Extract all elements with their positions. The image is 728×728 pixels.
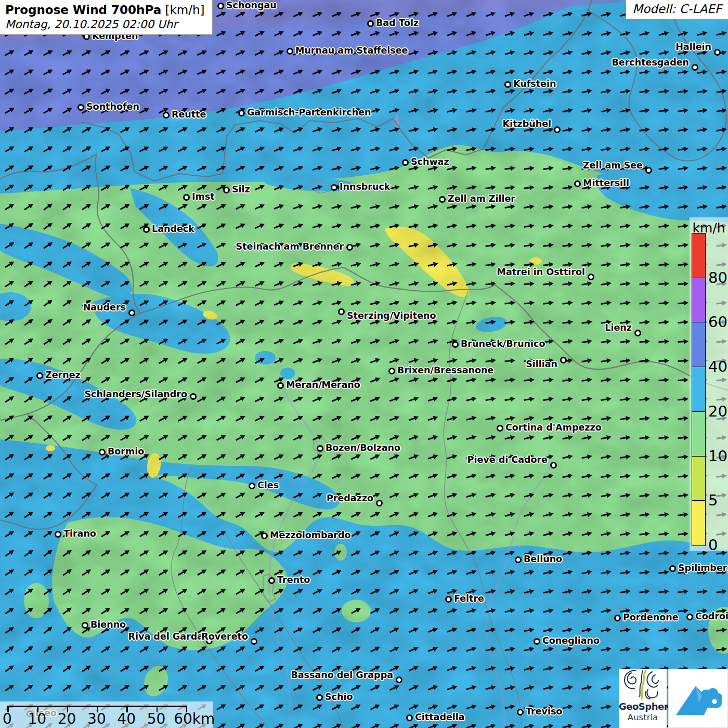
scale-tick-label: 20	[58, 712, 76, 726]
city-marker-dot	[560, 357, 567, 363]
city-label: Sonthofen	[86, 102, 139, 112]
legend-segment-5	[692, 457, 705, 501]
city-marker-dot	[128, 309, 135, 316]
partner-logo-box	[668, 669, 728, 728]
geosphere-contour-icon	[619, 669, 667, 701]
scale-tick-label: 50	[147, 712, 166, 726]
legend-segment-80	[692, 233, 705, 278]
city-marker-dot	[99, 449, 106, 456]
map-valid-time: Montag, 20.10.2025 02:00 Uhr	[5, 18, 205, 31]
scale-tick-label: 30	[87, 712, 106, 726]
city-marker-dot	[396, 677, 402, 683]
city-marker-dot	[439, 196, 446, 203]
legend-tick-label: 5	[708, 493, 718, 508]
city-marker-dot	[55, 531, 61, 538]
legend-segment-10	[692, 412, 705, 457]
legend-segment-60	[692, 278, 705, 323]
mountain-cloud-logo	[669, 669, 727, 727]
city-marker-dot	[261, 532, 268, 539]
city-label: Murnau am Staffelsee	[295, 46, 408, 56]
city-marker-dot	[331, 184, 337, 191]
title-unit: [km/h]	[161, 3, 204, 17]
city-label: Zell am See	[583, 161, 643, 171]
city-marker-dot	[36, 372, 43, 379]
city-label: Silz	[232, 185, 250, 194]
city-label: Schongau	[226, 1, 277, 10]
city-marker-dot	[534, 638, 540, 645]
city-marker-dot	[376, 500, 383, 506]
city-marker-dot	[634, 330, 641, 336]
weather-map-stage: SchongauBad TölzKemptenMurnau am Staffel…	[0, 0, 728, 728]
city-marker-dot	[249, 483, 255, 489]
city-label: Reutte	[172, 110, 206, 120]
city-label: Landeck	[152, 225, 194, 234]
city-marker-dot	[251, 638, 257, 645]
city-label: Kufstein	[513, 80, 556, 89]
city-label: Innsbruck	[340, 183, 390, 192]
city-marker-dot	[574, 180, 581, 187]
city-label: Conegliano	[542, 636, 600, 646]
scale-tick-label: 0	[3, 712, 12, 726]
legend-segment-0	[692, 501, 705, 545]
city-marker-dot	[82, 622, 88, 629]
city-label: Treviso	[526, 707, 562, 717]
city-label: Cittadella	[415, 713, 465, 722]
city-marker-dot	[504, 81, 511, 88]
city-marker-dot	[143, 226, 150, 233]
city-marker-dot	[163, 112, 170, 119]
city-label: Codroipo	[695, 612, 728, 621]
scale-tick-label: 10	[28, 712, 46, 726]
city-marker-dot	[515, 556, 522, 563]
city-marker-dot	[645, 167, 652, 174]
legend-tick-label: 60	[708, 315, 727, 330]
city-label: Spilimbergo	[678, 564, 728, 573]
city-marker-dot	[497, 425, 503, 432]
city-marker-dot	[268, 577, 275, 584]
city-label: Schwaz	[411, 158, 449, 167]
city-marker-dot	[406, 714, 413, 721]
city-label: Zell am Ziller	[448, 194, 515, 204]
city-label: Tirano	[63, 529, 96, 539]
city-label: Pieve di Cadore	[467, 456, 548, 465]
city-marker-dot	[554, 126, 561, 133]
city-marker-dot	[317, 445, 323, 452]
legend-tick-label: 20	[708, 404, 727, 419]
city-label: Berchtesgaden	[612, 58, 689, 68]
city-marker-dot	[367, 20, 374, 27]
legend-tick-label: 10	[708, 448, 727, 463]
geosphere-logo: GeoSphere Austria	[619, 669, 667, 728]
city-label: Meran/Merano	[286, 381, 360, 390]
city-label: Bienno	[90, 620, 126, 630]
city-label: Hallein	[675, 43, 711, 52]
city-label: Pordenone	[623, 613, 679, 622]
legend-segment-20	[692, 367, 705, 412]
city-marker-dot	[277, 382, 284, 389]
legend-tick-label: 80	[708, 270, 727, 285]
city-label: Sillian	[526, 360, 557, 369]
geosphere-country: Austria	[619, 712, 667, 722]
city-label: Trento	[277, 576, 310, 585]
city-label: Cortina d'Ampezzo	[505, 423, 602, 433]
wind-speed-legend: km/h 806040201050	[690, 217, 728, 551]
city-label: Garmisch-Partenkirchen	[247, 108, 371, 118]
city-label: Bad Tölz	[376, 19, 419, 28]
legend-tick-label: 40	[708, 359, 727, 374]
city-marker-dot	[223, 187, 230, 193]
city-label: Schio	[325, 693, 353, 702]
title-parameter: Prognose Wind 700hPa	[5, 3, 161, 17]
city-marker-dot	[686, 614, 693, 620]
city-marker-dot	[452, 341, 459, 348]
city-marker-dot	[588, 274, 594, 280]
city-label: Bormio	[108, 447, 144, 457]
city-marker-dot	[669, 565, 676, 572]
legend-tick-label: 0	[708, 538, 718, 553]
city-label: Steinach am Brenner	[236, 242, 344, 252]
city-label: Brixen/Bressanone	[397, 366, 493, 375]
city-marker-dot	[402, 159, 409, 166]
city-marker-dot	[388, 368, 395, 374]
city-marker-dot	[287, 48, 293, 55]
city-label: Nauders	[83, 303, 126, 313]
city-marker-dot	[190, 393, 197, 400]
city-label: Imst	[192, 192, 215, 202]
city-label: Kitzbühel	[503, 120, 551, 129]
